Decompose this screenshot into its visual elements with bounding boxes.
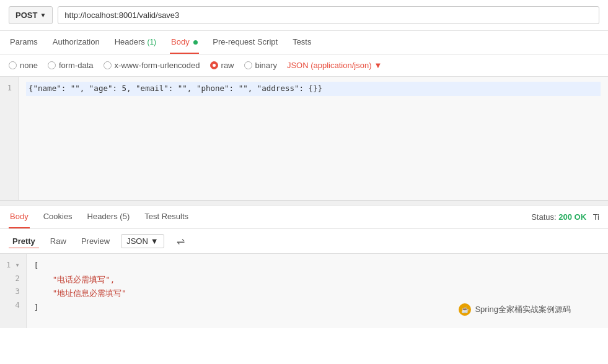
radio-circle-form-data [48,61,56,69]
response-tab-test-results[interactable]: Test Results [143,206,190,228]
section-divider [0,201,608,206]
tab-authorization[interactable]: Authorization [51,31,101,54]
method-label: POST [15,11,37,20]
radio-none[interactable]: none [9,61,38,70]
tab-params[interactable]: Params [9,31,39,54]
json-type-arrow: ▼ [374,61,382,70]
radio-form-data[interactable]: form-data [48,61,94,70]
json-type-selector[interactable]: JSON (application/json) ▼ [287,61,382,70]
status-code: 200 OK [558,212,586,222]
response-line-numbers: 1 ▾ 2 3 4 [0,254,27,328]
radio-circle-raw [210,61,218,69]
method-select[interactable]: POST ▼ [9,6,53,24]
wrap-icon[interactable]: ⇌ [177,235,185,247]
request-line-numbers: 1 [0,77,19,200]
tab-pre-request-script[interactable]: Pre-request Script [211,31,279,54]
response-format-type[interactable]: JSON ▼ [121,234,164,248]
format-dropdown-arrow: ▼ [151,236,159,246]
radio-urlencoded[interactable]: x-www-form-urlencoded [104,61,200,70]
url-input[interactable] [58,6,599,24]
response-line-2: "电话必需填写", [34,273,601,287]
response-line-1: [ [34,259,601,273]
tab-tests[interactable]: Tests [291,31,312,54]
status-area: Status: 200 OK Ti [531,206,599,228]
request-code-editor[interactable]: 1 {"name": "", "age": 5, "email": "", "p… [0,77,608,201]
watermark-logo: ☕ [459,303,471,316]
response-tab-cookies[interactable]: Cookies [42,206,74,228]
response-code-content: [ "电话必需填写", "地址信息必需填写" ] [27,254,608,328]
method-dropdown-arrow: ▼ [40,12,46,19]
response-code-area[interactable]: 1 ▾ 2 3 4 [ "电话必需填写", "地址信息必需填写" ] [0,254,608,328]
radio-raw[interactable]: raw [210,61,234,70]
body-type-bar: none form-data x-www-form-urlencoded raw… [0,54,608,77]
response-section: Body Cookies Headers (5) Test Results St… [0,206,608,328]
tab-body[interactable]: Body [170,31,199,54]
format-preview-btn[interactable]: Preview [77,235,113,248]
radio-circle-binary [244,61,252,69]
watermark: ☕ Spring全家桶实战案例源码 [459,303,571,316]
url-bar: POST ▼ [0,0,608,31]
radio-circle-none [9,61,17,69]
format-bar: Pretty Raw Preview JSON ▼ ⇌ [0,229,608,254]
tab-headers[interactable]: Headers (1) [113,31,157,54]
radio-circle-urlencoded [104,61,112,69]
request-code-line-1: {"name": "", "age": 5, "email": "", "pho… [26,82,601,96]
response-line-3: "地址信息必需填写" [34,287,601,301]
format-pretty-btn[interactable]: Pretty [9,235,39,248]
radio-binary[interactable]: binary [244,61,277,70]
response-tabs: Body Cookies Headers (5) Test Results St… [0,206,608,229]
response-tab-body[interactable]: Body [9,206,30,228]
request-code-content[interactable]: {"name": "", "age": 5, "email": "", "pho… [19,77,608,200]
body-dot [193,40,198,45]
response-tab-headers[interactable]: Headers (5) [86,206,131,228]
request-tabs: Params Authorization Headers (1) Body Pr… [0,31,608,54]
format-raw-btn[interactable]: Raw [46,235,70,248]
